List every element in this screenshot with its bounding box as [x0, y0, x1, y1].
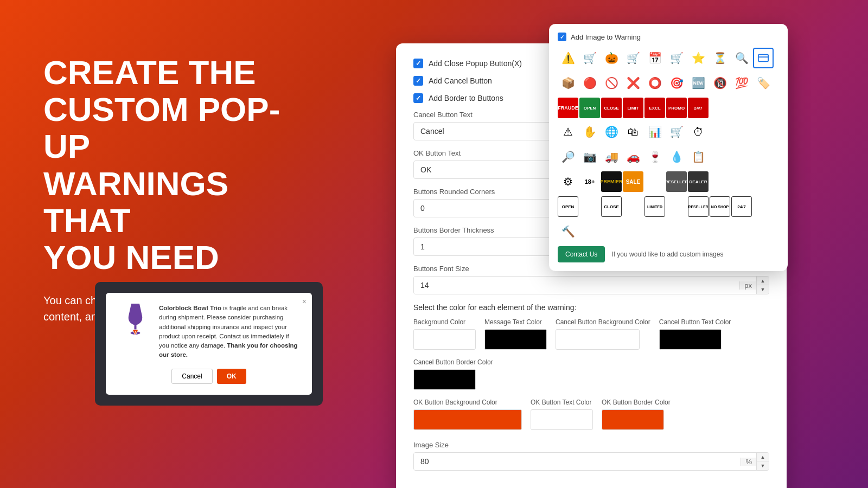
- cancel-border-color-swatch[interactable]: [413, 369, 476, 390]
- icon-empty25[interactable]: [731, 221, 752, 242]
- icon-open-out[interactable]: OPEN: [558, 196, 578, 217]
- icon-empty8[interactable]: [731, 146, 752, 167]
- icon-empty13[interactable]: [753, 171, 774, 192]
- icon-chart-out[interactable]: 📊: [644, 121, 665, 142]
- icon-empty12[interactable]: [731, 171, 752, 192]
- icon-star[interactable]: ⭐: [688, 48, 709, 68]
- icon-empty24[interactable]: [710, 221, 730, 242]
- icon-empty18[interactable]: [579, 221, 600, 242]
- icon-100[interactable]: 💯: [731, 73, 752, 93]
- icon-empty9[interactable]: [753, 146, 774, 167]
- icon-bag-out[interactable]: 🛍: [623, 121, 643, 142]
- icon-close-out[interactable]: CLOSE: [601, 196, 622, 217]
- preview-ok-button[interactable]: OK: [217, 369, 246, 384]
- icon-badge5[interactable]: EXCL: [644, 98, 665, 118]
- checkbox-close-popup[interactable]: [413, 59, 423, 68]
- icon-wine-out[interactable]: 🍷: [644, 146, 665, 167]
- icon-premier[interactable]: PREMIER: [601, 171, 622, 192]
- icon-gear-out[interactable]: ⚙: [558, 171, 578, 192]
- checkbox-border-buttons[interactable]: [413, 93, 423, 103]
- icon-warning-out[interactable]: ⚠: [558, 121, 578, 142]
- icon-empty19[interactable]: [601, 221, 622, 242]
- font-size-down[interactable]: ▼: [757, 285, 769, 294]
- icon-box1[interactable]: 📦: [558, 73, 578, 93]
- ok-bg-color-swatch[interactable]: [413, 409, 522, 430]
- icon-drop-out[interactable]: 💧: [666, 146, 687, 167]
- icon-noshop-out[interactable]: NO SHOP: [710, 196, 730, 217]
- icon-empty3[interactable]: [753, 98, 774, 118]
- contact-us-button[interactable]: Contact Us: [558, 246, 605, 262]
- icon-empty5[interactable]: [731, 121, 752, 142]
- icon-no[interactable]: 🚫: [601, 73, 622, 93]
- icon-empty20[interactable]: [623, 221, 643, 242]
- icon-cart2[interactable]: 🛒: [623, 48, 643, 68]
- icon-dealer[interactable]: DEALER: [688, 171, 709, 192]
- icon-red1[interactable]: 🔴: [579, 73, 600, 93]
- ok-border-color-swatch[interactable]: [602, 409, 664, 430]
- icon-empty16[interactable]: [666, 196, 687, 217]
- icon-hourglass[interactable]: ⏳: [710, 48, 730, 68]
- icon-tag[interactable]: 🏷️: [753, 73, 774, 93]
- icon-reseller-out[interactable]: RESELLER: [688, 196, 709, 217]
- icon-cart3[interactable]: 🛒: [666, 48, 687, 68]
- icon-empty2[interactable]: [731, 98, 752, 118]
- icon-empty10[interactable]: [644, 171, 665, 192]
- icon-badge7[interactable]: 24/7: [688, 98, 709, 118]
- icon-globe-out[interactable]: 🌐: [601, 121, 622, 142]
- icon-empty7[interactable]: [710, 146, 730, 167]
- icon-hand-out[interactable]: ✋: [579, 121, 600, 142]
- icon-badge4[interactable]: LIMIT: [623, 98, 643, 118]
- image-size-down[interactable]: ▼: [757, 461, 769, 470]
- icon-zoom-out[interactable]: 🔎: [558, 146, 578, 167]
- icon-18-out[interactable]: 18+: [579, 171, 600, 192]
- cancel-bg-color-swatch[interactable]: [556, 329, 640, 350]
- bg-color-swatch[interactable]: [413, 329, 476, 350]
- icon-empty26[interactable]: [753, 221, 774, 242]
- icon-truck-out[interactable]: 🚚: [601, 146, 622, 167]
- icon-car-out[interactable]: 🚗: [623, 146, 643, 167]
- icon-target[interactable]: 🎯: [666, 73, 687, 93]
- icon-247-out[interactable]: 24/7: [731, 196, 752, 217]
- image-size-up[interactable]: ▲: [757, 453, 769, 461]
- icon-empty17[interactable]: [753, 196, 774, 217]
- icon-adult[interactable]: 🔞: [710, 73, 730, 93]
- popup-close-icon[interactable]: ×: [302, 297, 307, 306]
- icon-badge6[interactable]: PROMO: [666, 98, 687, 118]
- icon-x[interactable]: ❌: [623, 73, 643, 93]
- icon-fire[interactable]: 🎃: [601, 48, 622, 68]
- icon-limited-out[interactable]: LIMITED: [644, 196, 665, 217]
- icon-empty4[interactable]: [710, 121, 730, 142]
- checkbox-cancel-button[interactable]: [413, 76, 423, 86]
- icon-empty22[interactable]: [666, 221, 687, 242]
- icon-empty21[interactable]: [644, 221, 665, 242]
- icon-empty11[interactable]: [710, 171, 730, 192]
- icon-empty15[interactable]: [623, 196, 643, 217]
- icon-badge3[interactable]: CLOSE: [601, 98, 622, 118]
- icon-warning[interactable]: ⚠️: [558, 48, 578, 68]
- cancel-text-color-swatch[interactable]: [659, 329, 722, 350]
- font-size-up[interactable]: ▲: [757, 277, 769, 285]
- icon-empty1[interactable]: [710, 98, 730, 118]
- icon-badge2[interactable]: OPEN: [579, 98, 600, 118]
- icon-panel-checkbox[interactable]: [558, 33, 566, 41]
- preview-cancel-button[interactable]: Cancel: [171, 369, 212, 384]
- icon-reseller[interactable]: RESELLER: [666, 171, 687, 192]
- icon-empty14[interactable]: [579, 196, 600, 217]
- icon-search[interactable]: 🔍: [731, 48, 752, 68]
- icon-misc1[interactable]: 🔨: [558, 221, 578, 242]
- image-size-input[interactable]: [414, 453, 741, 470]
- font-size-input[interactable]: [414, 277, 739, 294]
- icon-new[interactable]: 🆕: [688, 73, 709, 93]
- icon-clock-out[interactable]: ⏱: [688, 121, 709, 142]
- icon-camera-out[interactable]: 📷: [579, 146, 600, 167]
- icon-card[interactable]: [753, 48, 774, 68]
- icon-list-out[interactable]: 📋: [688, 146, 709, 167]
- icon-cart1[interactable]: 🛒: [579, 48, 600, 68]
- icon-empty23[interactable]: [688, 221, 709, 242]
- icon-badge1[interactable]: FRAUDE: [558, 98, 578, 118]
- icon-calendar[interactable]: 📅: [644, 48, 665, 68]
- icon-circle[interactable]: ⭕: [644, 73, 665, 93]
- icon-cart-out[interactable]: 🛒: [666, 121, 687, 142]
- icon-sale-red[interactable]: SALE: [623, 171, 643, 192]
- ok-text-color-swatch[interactable]: [531, 409, 593, 430]
